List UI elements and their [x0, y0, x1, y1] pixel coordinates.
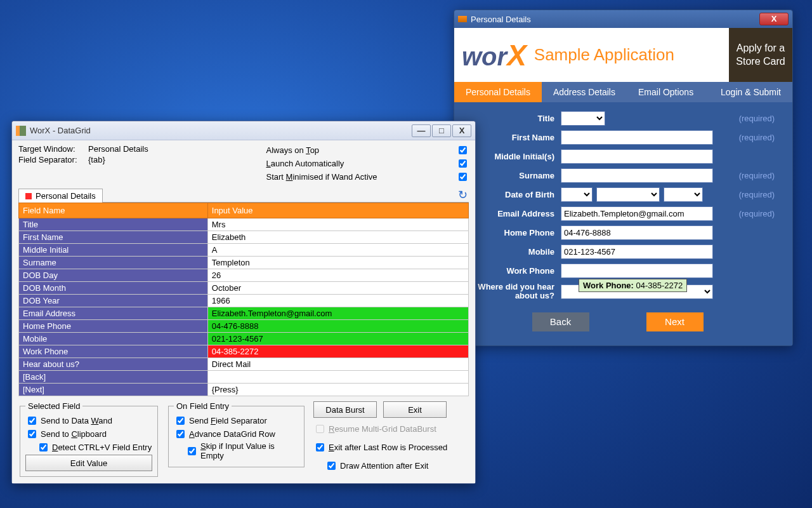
maximize-icon[interactable]: □ [432, 124, 451, 137]
title-select[interactable] [561, 111, 605, 126]
selected-field-group: Selected Field Send to Data Wand Send to… [20, 401, 158, 477]
table-row[interactable]: TitleMrs [19, 218, 469, 231]
work-phone-input[interactable] [561, 264, 713, 278]
dg-titlebar[interactable]: WorX - DataGrid — □ X [12, 121, 475, 140]
table-row[interactable]: Home Phone04-476-8888 [19, 320, 469, 333]
chk-detect-ctrlv[interactable] [39, 443, 48, 451]
cell-input-value: Direct Mail [207, 358, 468, 371]
chk-send-clip[interactable] [28, 430, 36, 438]
table-row[interactable]: Mobile021-123-4567 [19, 333, 469, 345]
next-button[interactable]: Next [646, 312, 704, 331]
opt-always-on-top[interactable] [459, 146, 467, 154]
personal-details-window: Personal Details X worX Sample Applicati… [454, 10, 793, 346]
field-separator-value: {tab} [88, 155, 105, 164]
cell-input-value: Mrs [207, 218, 468, 231]
refresh-icon[interactable]: ↻ [458, 188, 469, 202]
pd-titlebar[interactable]: Personal Details X [454, 10, 792, 28]
opt-start-min[interactable] [459, 173, 467, 181]
cell-input-value: 04-385-2272 [207, 345, 468, 358]
dob-year-select[interactable] [664, 187, 703, 202]
cell-field-name: Email Address [19, 307, 208, 320]
table-row[interactable]: Hear about us?Direct Mail [19, 358, 469, 371]
mobile-input[interactable] [561, 244, 713, 259]
dob-day-select[interactable] [561, 187, 593, 202]
apply-store-card[interactable]: Apply for a Store Card [729, 28, 792, 82]
dg-tabstrip: Personal Details ↻ [18, 188, 469, 203]
chk-draw-attn[interactable] [327, 462, 336, 470]
req-surname: (required) [739, 171, 775, 180]
close-icon[interactable]: X [452, 124, 471, 137]
table-row[interactable]: DOB Year1966 [19, 295, 469, 307]
opt-launch-auto-label: Launch Automatically [266, 159, 453, 168]
on-field-entry-legend: On Field Entry [174, 401, 232, 411]
first-name-input[interactable] [561, 130, 713, 145]
app-icon [458, 16, 467, 22]
cell-field-name: DOB Year [19, 295, 208, 307]
opt-always-on-top-label: Always on Top [266, 145, 453, 155]
chk-skip-empty[interactable] [188, 447, 196, 455]
tab-personal-details[interactable]: Personal Details [454, 82, 542, 102]
pd-window-title: Personal Details [471, 15, 759, 24]
chk-send-sep[interactable] [176, 417, 185, 425]
minimize-icon[interactable]: — [412, 124, 431, 137]
tooltip-label: Work Phone: [583, 281, 634, 290]
pd-nav-tabs: Personal Details Address Details Email O… [454, 82, 792, 102]
tab-address-details[interactable]: Address Details [542, 82, 627, 102]
cell-field-name: Title [19, 218, 208, 231]
tab-indicator-icon [25, 193, 32, 199]
tooltip-value: 04-385-2272 [636, 281, 683, 290]
data-grid[interactable]: Field Name Input Value TitleMrsFirst Nam… [18, 203, 469, 396]
table-row[interactable]: SurnameTempleton [19, 257, 469, 269]
lbl-send-wand: Send to Data Wand [41, 416, 112, 425]
lbl-send-clip: Send to Clipboard [41, 429, 107, 439]
pd-brand: worX Sample Application [454, 28, 729, 82]
cell-input-value: Templeton [207, 257, 468, 269]
close-icon[interactable]: X [759, 13, 789, 25]
back-button[interactable]: Back [532, 312, 589, 331]
req-email: (required) [739, 209, 775, 218]
opt-launch-auto[interactable] [459, 159, 467, 168]
data-burst-button[interactable]: Data Burst [313, 401, 377, 418]
req-title: (required) [739, 114, 775, 123]
exit-button[interactable]: Exit [383, 401, 447, 418]
chk-exit-after[interactable] [316, 443, 324, 451]
table-row[interactable]: [Next]{Press} [19, 384, 469, 396]
target-window-label: Target Window: [18, 144, 88, 154]
table-row[interactable]: Email AddressElizabeth.Templeton@gmail.c… [19, 307, 469, 320]
lbl-advance: Advance DataGrid Row [189, 429, 275, 439]
col-input-value: Input Value [207, 203, 468, 218]
home-phone-input[interactable] [561, 225, 713, 240]
table-row[interactable]: DOB Day26 [19, 269, 469, 282]
lbl-send-sep: Send Field Separator [189, 416, 267, 425]
table-row[interactable]: Middle InitialA [19, 244, 469, 257]
cell-field-name: [Next] [19, 384, 208, 396]
tab-login-submit[interactable]: Login & Submit [709, 82, 792, 102]
table-row[interactable]: [Back] [19, 371, 469, 384]
cell-input-value: October [207, 282, 468, 295]
table-row[interactable]: Work Phone04-385-2272 [19, 345, 469, 358]
col-field-name: Field Name [19, 203, 208, 218]
dg-tab-label: Personal Details [36, 191, 96, 201]
cell-input-value: A [207, 244, 468, 257]
cell-field-name: First Name [19, 231, 208, 244]
worx-icon [16, 126, 26, 136]
cell-input-value: {Press} [207, 384, 468, 396]
chk-resume-multigrid [316, 425, 324, 433]
tab-email-options[interactable]: Email Options [627, 82, 705, 102]
cell-input-value: Elizabeth.Templeton@gmail.com [207, 307, 468, 320]
table-row[interactable]: First NameElizabeth [19, 231, 469, 244]
selected-field-legend: Selected Field [25, 401, 82, 411]
lbl-resume-multigrid: Resume Multi-Grid DataBurst [329, 424, 436, 434]
worx-logo: worX [462, 38, 527, 72]
dob-month-select[interactable] [596, 187, 660, 202]
chk-send-wand[interactable] [28, 417, 36, 425]
cell-field-name: Surname [19, 257, 208, 269]
field-separator-label: Field Separator: [18, 155, 88, 164]
middle-initials-input[interactable] [561, 149, 713, 164]
edit-value-button[interactable]: Edit Value [25, 455, 152, 471]
dg-tab-personal-details[interactable]: Personal Details [18, 189, 103, 203]
surname-input[interactable] [561, 168, 713, 183]
chk-advance[interactable] [176, 430, 185, 438]
table-row[interactable]: DOB MonthOctober [19, 282, 469, 295]
email-input[interactable] [561, 206, 713, 221]
